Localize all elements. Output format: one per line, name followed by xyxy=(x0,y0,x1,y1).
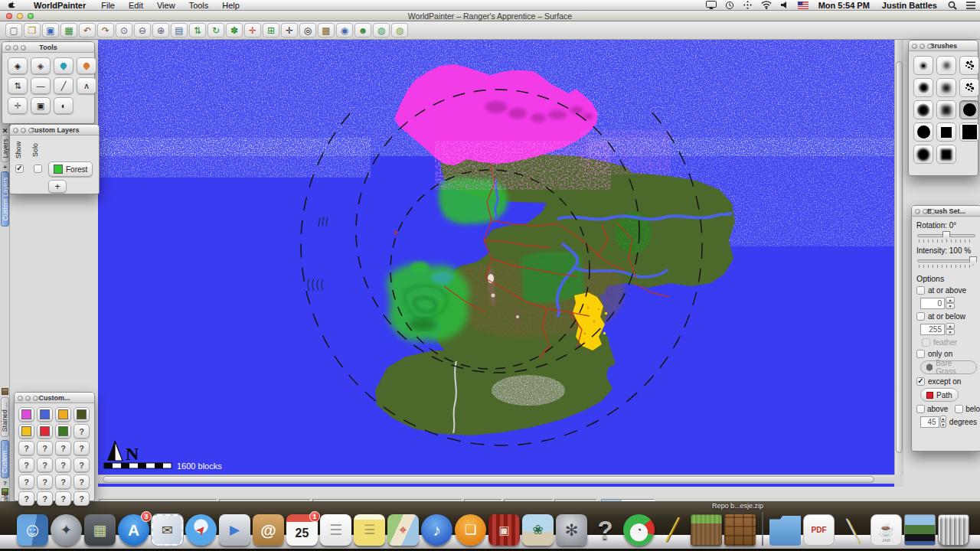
tool-button[interactable]: ◈ xyxy=(8,57,28,74)
forest-layer-button[interactable]: Forest xyxy=(48,161,93,177)
menu-user-name[interactable]: Justin Battles xyxy=(876,1,943,10)
toolbar-button[interactable]: ⊕ xyxy=(152,23,169,37)
spinner-up-icon[interactable]: ▲ xyxy=(946,323,955,329)
custom-terrain-slot[interactable]: ? xyxy=(37,474,53,489)
dock-item[interactable] xyxy=(904,514,936,546)
brush-button[interactable] xyxy=(936,56,956,75)
tool-button[interactable]: ∧ xyxy=(77,77,96,94)
menu-item-file[interactable]: File xyxy=(94,0,122,11)
custom-terrain-slot[interactable] xyxy=(55,424,71,439)
dock-item[interactable]: ╱ xyxy=(657,514,688,546)
at-or-above-checkbox[interactable] xyxy=(916,286,925,295)
toolbar-button[interactable]: ↷ xyxy=(97,23,114,37)
dock-item[interactable] xyxy=(724,514,756,546)
toolbar-button[interactable]: ▣ xyxy=(42,23,59,37)
menu-item-view[interactable]: View xyxy=(150,0,182,11)
brush-button[interactable] xyxy=(959,78,979,97)
above-degrees-checkbox[interactable] xyxy=(916,405,925,413)
dock-item[interactable]: ▣ xyxy=(488,514,520,546)
tool-button[interactable] xyxy=(54,57,74,74)
at-or-below-checkbox[interactable] xyxy=(916,312,925,321)
tool-button[interactable]: ╱ xyxy=(54,77,74,94)
spinner-down-icon[interactable]: ▼ xyxy=(946,303,955,309)
spinner-up-icon[interactable]: ▲ xyxy=(940,416,946,422)
desktop-file-label[interactable]: Repo b...esje.zip xyxy=(712,502,763,510)
toolbar-button[interactable]: ⊙ xyxy=(116,23,132,37)
dock-item[interactable]: ▦ xyxy=(84,514,116,546)
dock-item[interactable]: PDF xyxy=(803,514,835,546)
at-or-below-spinner[interactable]: 255▲▼ xyxy=(920,323,977,335)
dock-item[interactable]: ▶ xyxy=(219,514,250,546)
input-language-flag-icon[interactable] xyxy=(797,1,809,10)
dock-item[interactable]: ❏ xyxy=(455,514,486,546)
degrees-value[interactable]: 45 xyxy=(920,416,939,428)
toolbar-button[interactable]: ▢ xyxy=(5,23,22,37)
dock-item[interactable]: @ xyxy=(253,514,284,546)
custom-terrain-slot[interactable] xyxy=(37,407,53,422)
brush-settings-title-bar[interactable]: Brush Set... xyxy=(912,206,980,217)
menu-item-tools[interactable]: Tools xyxy=(182,0,216,11)
horizontal-scrollbar[interactable] xyxy=(98,474,894,484)
add-layer-button[interactable]: + xyxy=(48,180,67,193)
custom-terrain-slot[interactable] xyxy=(55,407,71,422)
toolbar-button[interactable]: ◍ xyxy=(373,23,390,37)
brush-button[interactable] xyxy=(936,100,956,119)
dock-item[interactable]: ☰ xyxy=(320,514,351,546)
dock-item[interactable]: ♪ xyxy=(421,514,452,546)
custom-terrain-slot[interactable]: ? xyxy=(74,458,90,472)
close-panel-icon[interactable]: ✕ xyxy=(1,127,9,135)
brush-button[interactable] xyxy=(959,56,979,75)
tab-layers[interactable]: Layers xyxy=(1,135,9,162)
dock-item[interactable]: A 3 xyxy=(118,514,149,546)
at-or-below-value[interactable]: 255 xyxy=(920,324,945,335)
custom-terrain-slot[interactable]: ? xyxy=(74,491,90,506)
tool-button[interactable]: ✛ xyxy=(8,97,28,114)
airplay-icon[interactable] xyxy=(705,1,717,10)
add-layer-strip-icon[interactable]: + xyxy=(1,164,9,171)
custom-terrain-slot[interactable]: ? xyxy=(74,441,90,455)
spinner-up-icon[interactable]: ▲ xyxy=(946,297,955,303)
tab-custom-terrain[interactable]: Custom... xyxy=(1,440,9,478)
palette-window-dots[interactable] xyxy=(912,44,933,49)
time-machine-icon[interactable] xyxy=(724,1,736,10)
brush-button[interactable] xyxy=(913,122,933,142)
brush-button[interactable] xyxy=(959,122,979,142)
tool-button[interactable]: ⇅ xyxy=(8,77,28,94)
rotation-slider[interactable] xyxy=(917,231,975,244)
custom-terrain-title-bar[interactable]: Custom... xyxy=(15,393,94,403)
spinner-down-icon[interactable]: ▼ xyxy=(940,422,946,428)
custom-terrain-slot[interactable]: ? xyxy=(74,424,90,439)
brush-button[interactable] xyxy=(936,78,956,97)
toolbar-button[interactable]: ◉ xyxy=(336,23,353,37)
dock-item[interactable]: ☺ xyxy=(17,514,48,546)
palette-window-dots[interactable] xyxy=(13,128,34,133)
custom-terrain-slot[interactable]: ? xyxy=(55,491,71,506)
toolbar-button[interactable]: ✛ xyxy=(244,23,261,37)
vertical-scrollbar[interactable] xyxy=(894,40,903,474)
toolbar-button[interactable]: ✽ xyxy=(226,23,243,37)
only-on-checkbox[interactable] xyxy=(916,350,925,358)
dock-item[interactable]: ❀ xyxy=(522,514,554,546)
map-view[interactable]: N 1600 blocks xyxy=(98,40,894,474)
menu-app-name[interactable]: WorldPainter xyxy=(27,0,94,11)
notification-center-icon[interactable] xyxy=(965,1,977,10)
custom-terrain-slot[interactable]: ? xyxy=(18,474,34,489)
palette-window-dots[interactable] xyxy=(915,209,936,214)
brush-button[interactable] xyxy=(959,100,979,119)
below-degrees-checkbox[interactable] xyxy=(955,405,963,413)
at-or-above-value[interactable]: 0 xyxy=(920,298,945,309)
forest-solo-checkbox[interactable] xyxy=(34,165,42,173)
spinner-down-icon[interactable]: ▼ xyxy=(946,329,955,335)
dock-item[interactable]: 25 1 xyxy=(286,514,318,546)
tool-button[interactable]: ◈ xyxy=(31,57,51,74)
spotlight-search-icon[interactable] xyxy=(946,1,959,10)
brushes-title-bar[interactable]: Brushes xyxy=(909,41,978,51)
custom-terrain-slot[interactable]: ? xyxy=(37,458,53,472)
custom-terrain-slot[interactable]: ? xyxy=(55,474,71,489)
zoom-window-button[interactable] xyxy=(28,13,34,19)
toolbar-button[interactable]: ✛ xyxy=(281,23,298,37)
at-or-above-spinner[interactable]: 0▲▼ xyxy=(920,297,977,309)
wifi-icon[interactable] xyxy=(760,1,773,10)
custom-terrain-slot[interactable] xyxy=(37,424,53,439)
custom-terrain-slot[interactable]: ? xyxy=(18,458,34,472)
